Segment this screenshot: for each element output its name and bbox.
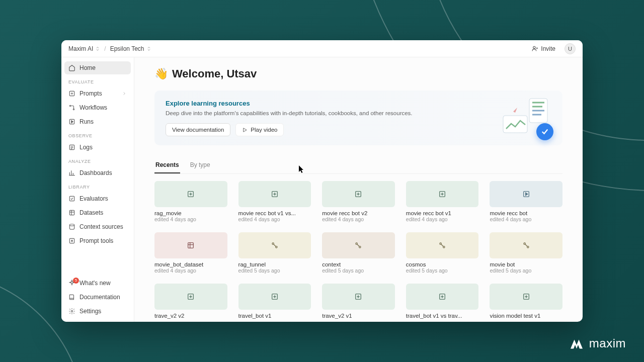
app-window: Maxim AI / Epsilon Tech Invite U	[61, 40, 583, 322]
recent-card[interactable]: rag_movieedited 4 days ago	[154, 181, 227, 222]
card-subtitle: edited 5 days ago	[406, 267, 479, 274]
recent-card[interactable]: contextedited 5 days ago	[322, 232, 395, 274]
sidebar-item-label: Prompts	[79, 90, 102, 97]
breadcrumb-org-label: Maxim AI	[68, 45, 93, 52]
view-documentation-button[interactable]: View documentation	[166, 123, 230, 136]
sidebar-item-context-sources[interactable]: Context sources	[64, 220, 131, 233]
recent-card[interactable]: travel_bot v1 vs trav...	[406, 284, 479, 319]
sidebar-item-logs[interactable]: Logs	[64, 141, 131, 154]
welcome-text: Welcome, Utsav	[172, 67, 257, 80]
tools-icon	[68, 237, 75, 244]
prompt-icon	[354, 190, 362, 198]
card-thumbnail	[154, 181, 227, 207]
card-title: movie recc bot v1 vs...	[238, 210, 311, 216]
prompt-icon	[187, 190, 195, 198]
sidebar-item-label: Prompt tools	[79, 237, 113, 244]
recent-card[interactable]: travel_bot v1	[238, 284, 311, 319]
breadcrumb-workspace[interactable]: Epsilon Tech	[110, 45, 151, 52]
breadcrumb-workspace-label: Epsilon Tech	[110, 45, 144, 52]
hero-card: Explore learning resources Deep dive int…	[154, 90, 562, 145]
home-icon	[68, 64, 75, 71]
maxim-logo-icon	[569, 336, 584, 351]
card-thumbnail	[238, 232, 311, 258]
sidebar-item-settings[interactable]: Settings	[64, 305, 131, 318]
card-title: rag_movie	[154, 210, 227, 216]
recent-card[interactable]: vision model test v1	[490, 284, 562, 319]
sidebar-item-datasets[interactable]: Datasets	[64, 206, 131, 219]
recent-card[interactable]: rag_tunneledited 5 days ago	[238, 232, 311, 274]
wave-icon: 👋	[154, 67, 168, 80]
chevron-updown-icon	[146, 46, 151, 51]
book-icon	[68, 294, 75, 301]
topbar: Maxim AI / Epsilon Tech Invite U	[61, 40, 583, 57]
sidebar-item-documentation[interactable]: Documentation	[64, 291, 131, 304]
card-subtitle: edited 4 days ago	[322, 216, 395, 222]
card-thumbnail	[238, 181, 311, 207]
recent-card[interactable]: cosmosedited 5 days ago	[406, 232, 479, 274]
page-title: 👋 Welcome, Utsav	[154, 67, 562, 80]
card-title: cosmos	[406, 261, 479, 267]
workflow-icon	[271, 241, 279, 249]
table-icon	[68, 209, 75, 216]
prompt-icon	[522, 293, 530, 301]
sidebar-item-label: Runs	[79, 118, 94, 125]
chevron-updown-icon	[95, 46, 100, 51]
card-subtitle: edited 4 days ago	[154, 216, 227, 222]
recent-card[interactable]: movie recc botedited 4 days ago	[490, 181, 562, 222]
card-subtitle: edited 5 days ago	[490, 267, 562, 274]
sidebar-item-home[interactable]: Home	[64, 61, 131, 74]
workflow-icon	[68, 104, 75, 111]
workflow-icon	[438, 241, 446, 249]
card-title: rag_tunnel	[238, 261, 311, 267]
svg-point-24	[276, 246, 277, 248]
card-subtitle: edited 4 days ago	[406, 216, 479, 222]
sidebar-item-prompt-tools[interactable]: Prompt tools	[64, 234, 131, 247]
card-thumbnail	[406, 181, 479, 207]
card-title: movie recc bot v1	[406, 210, 479, 216]
svg-rect-22	[188, 243, 194, 248]
sidebar-item-dashboards[interactable]: Dashboards	[64, 166, 131, 179]
card-thumbnail	[322, 284, 395, 310]
workflow-icon	[354, 241, 362, 249]
recent-card[interactable]: movie_bot_datasetedited 4 days ago	[154, 232, 227, 274]
sidebar-item-workflows[interactable]: Workflows	[64, 101, 131, 114]
card-subtitle: edited 5 days ago	[322, 267, 395, 274]
sidebar-item-runs[interactable]: Runs	[64, 115, 131, 128]
play-icon	[68, 118, 75, 125]
breadcrumb-org[interactable]: Maxim AI	[68, 45, 100, 52]
sidebar-item-prompts[interactable]: Prompts	[64, 87, 131, 100]
recent-card[interactable]: movie botedited 5 days ago	[490, 232, 562, 274]
avatar-initial: U	[568, 46, 572, 52]
invite-button[interactable]: Invite	[528, 43, 559, 54]
hero-title: Explore learning resources	[166, 100, 551, 107]
card-title: movie recc bot	[490, 210, 562, 216]
card-title: travel_bot v1 vs trav...	[406, 313, 479, 319]
recent-card[interactable]: movie recc bot v1edited 4 days ago	[406, 181, 479, 222]
card-thumbnail	[490, 181, 562, 207]
sidebar-item-label: Dashboards	[79, 169, 112, 176]
breadcrumb-separator: /	[104, 45, 106, 52]
sparkle-icon	[68, 90, 75, 97]
card-title: movie recc bot v2	[322, 210, 395, 216]
svg-point-23	[272, 243, 274, 244]
sidebar-section-library: LIBRARY	[64, 180, 131, 191]
card-thumbnail	[406, 284, 479, 310]
sidebar-item-evaluators[interactable]: Evaluators	[64, 192, 131, 205]
avatar[interactable]: U	[565, 43, 576, 54]
recent-card[interactable]: trave_v2 v1	[322, 284, 395, 319]
card-subtitle: edited 5 days ago	[238, 267, 311, 274]
card-subtitle: edited 4 days ago	[154, 267, 227, 274]
svg-point-25	[356, 243, 357, 244]
recent-card[interactable]: movie recc bot v2edited 4 days ago	[322, 181, 395, 222]
recent-card[interactable]: trave_v2 v2	[154, 284, 227, 319]
svg-point-30	[527, 246, 528, 248]
sidebar-item-label: Context sources	[79, 223, 123, 230]
sidebar-item-whats-new[interactable]: What's new 5	[64, 277, 131, 290]
play-video-button[interactable]: Play video	[235, 123, 284, 136]
recent-card[interactable]: movie recc bot v1 vs...edited 4 days ago	[238, 181, 311, 222]
tab-recents[interactable]: Recents	[154, 157, 180, 173]
svg-point-10	[71, 310, 73, 312]
tab-by-type[interactable]: By type	[189, 157, 211, 173]
play-icon	[242, 127, 248, 133]
breadcrumb: Maxim AI / Epsilon Tech	[68, 45, 151, 52]
